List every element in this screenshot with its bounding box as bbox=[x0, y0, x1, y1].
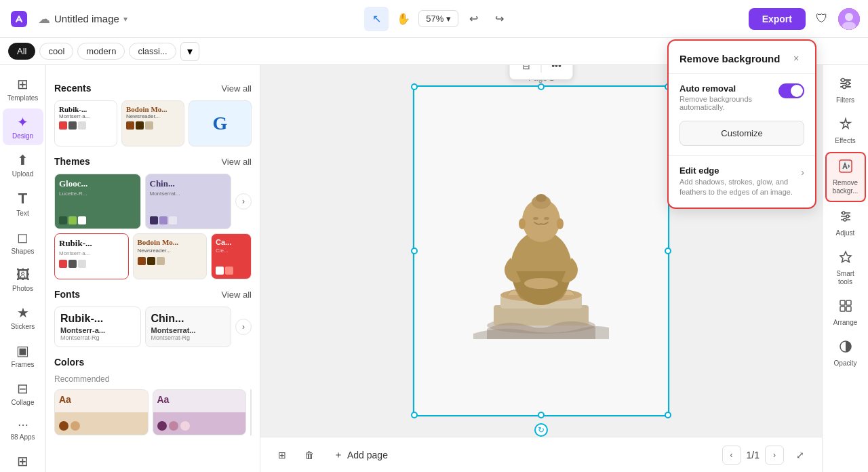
color-card-red[interactable] bbox=[250, 389, 252, 435]
select-tool-btn[interactable]: ↖ bbox=[364, 7, 389, 31]
svg-point-23 bbox=[842, 85, 846, 89]
rp-remove-bg[interactable]: Removebackgr... bbox=[825, 152, 866, 202]
doc-title[interactable]: Untitled image bbox=[54, 13, 119, 24]
hand-tool-btn[interactable]: ✋ bbox=[391, 7, 416, 31]
ft-divider bbox=[541, 65, 542, 73]
handle-bm[interactable] bbox=[538, 412, 545, 418]
recents-view-all[interactable]: View all bbox=[221, 83, 252, 94]
theme-card-bodoin2[interactable]: Bodoin Mo... Newsreader... bbox=[133, 233, 208, 279]
rp-adjust[interactable]: Adjust bbox=[825, 203, 866, 243]
tag-more-btn[interactable]: ▾ bbox=[180, 42, 199, 61]
template-card-g[interactable]: G bbox=[189, 100, 252, 146]
font-card-chin[interactable]: Chin... Montserrat... Montserrat-Rg bbox=[145, 307, 232, 347]
sidebar-label-templates: Templates bbox=[7, 94, 39, 102]
rp-effects[interactable]: Effects bbox=[825, 111, 866, 151]
handle-tm[interactable] bbox=[538, 83, 545, 90]
prev-page-btn[interactable]: ‹ bbox=[722, 446, 741, 465]
theme-card-chin[interactable]: Chin... Montserrat... bbox=[145, 174, 232, 229]
handle-mr[interactable] bbox=[665, 248, 671, 254]
template-card-rubik[interactable]: Rubik-... Montserr-a... bbox=[54, 100, 117, 146]
themes-chevron-btn[interactable]: › bbox=[235, 193, 252, 210]
tag-modern[interactable]: modern bbox=[77, 43, 125, 60]
color-card-2[interactable]: Aa bbox=[153, 389, 247, 435]
rp-adjust-label: Adjust bbox=[836, 229, 855, 237]
canva-logo[interactable] bbox=[8, 8, 30, 30]
bottom-bar: ⊞ 🗑 ＋ Add page ‹ 1/1 › ⤢ bbox=[260, 437, 822, 472]
color-card-1[interactable]: Aa bbox=[54, 389, 149, 435]
theme-card-red[interactable]: Ca... Cle... bbox=[211, 233, 252, 279]
undo-redo-group: ↩ ↪ bbox=[461, 7, 511, 31]
sidebar-item-collage[interactable]: ⊟ Collage bbox=[3, 375, 43, 412]
redo-btn[interactable]: ↪ bbox=[487, 7, 511, 31]
rp-remove-bg-label: Removebackgr... bbox=[833, 179, 859, 195]
effects-icon bbox=[838, 117, 853, 135]
theme-card-glooc[interactable]: Glooc... Lucette-R... bbox=[54, 174, 141, 229]
sidebar-item-more[interactable]: ⊞ bbox=[3, 448, 43, 472]
template-card-bodoin[interactable]: Bodoin Mo... Newsreader... bbox=[121, 100, 184, 146]
auto-removal-row: Auto removal Remove backgrounds automati… bbox=[679, 83, 804, 111]
sidebar-label-collage: Collage bbox=[12, 399, 35, 406]
avatar[interactable] bbox=[838, 8, 860, 30]
sidebar-item-stickers[interactable]: ★ Stickers bbox=[3, 299, 43, 336]
edit-edge-row[interactable]: Edit edge Add shadows, strokes, glow, an… bbox=[679, 165, 804, 198]
undo-btn[interactable]: ↩ bbox=[461, 7, 486, 31]
auto-removal-toggle[interactable] bbox=[778, 83, 804, 98]
rp-smart-tools[interactable]: Smarttools bbox=[825, 244, 866, 292]
handle-tl[interactable] bbox=[411, 83, 418, 90]
canvas-inner: ⊟ ••• ↻ bbox=[412, 85, 670, 417]
sidebar-item-upload[interactable]: ⬆ Upload bbox=[3, 146, 43, 183]
handle-bl[interactable] bbox=[411, 412, 418, 418]
next-page-btn[interactable]: › bbox=[765, 446, 784, 465]
handle-ml[interactable] bbox=[411, 248, 418, 254]
rp-filters[interactable]: Filters bbox=[825, 71, 866, 110]
recents-grid: Rubik-... Montserr-a... Bodoin Mo... New… bbox=[54, 100, 252, 146]
svg-point-3 bbox=[842, 22, 856, 30]
themes-title: Themes bbox=[54, 156, 90, 167]
fonts-chevron-btn[interactable]: › bbox=[235, 319, 252, 335]
add-page-btn[interactable]: ＋ Add page bbox=[326, 445, 396, 465]
svg-point-15 bbox=[544, 217, 549, 220]
delete-page-btn[interactable]: 🗑 bbox=[298, 444, 320, 466]
rp-opacity[interactable]: Opacity bbox=[825, 334, 866, 373]
title-caret-icon[interactable]: ▾ bbox=[123, 14, 127, 24]
sidebar-item-design[interactable]: ✦ Design bbox=[3, 109, 43, 145]
grid-view-btn[interactable]: ⊞ bbox=[271, 444, 293, 466]
sidebar-item-frames[interactable]: ▣ Frames bbox=[3, 337, 43, 374]
sidebar-item-shapes[interactable]: ◻ Shapes bbox=[3, 224, 43, 260]
photos-icon: 🖼 bbox=[16, 267, 30, 283]
themes-grid-2: Rubik-... Montserr-a... Bodoin Mo... New… bbox=[54, 233, 252, 279]
fullscreen-btn[interactable]: ⤢ bbox=[789, 444, 811, 466]
customize-btn[interactable]: Customize bbox=[679, 121, 804, 146]
rbp-close-btn[interactable]: × bbox=[788, 65, 804, 66]
rotate-handle[interactable]: ↻ bbox=[534, 423, 548, 437]
toggle-thumb bbox=[791, 85, 803, 97]
tag-classic[interactable]: classi... bbox=[129, 43, 176, 60]
themes-view-all[interactable]: View all bbox=[221, 157, 252, 167]
zoom-control[interactable]: 57% ▾ bbox=[418, 10, 458, 27]
tag-all[interactable]: All bbox=[8, 43, 35, 60]
design-icon: ✦ bbox=[17, 114, 28, 130]
canvas-white[interactable]: ⊟ ••• ↻ bbox=[412, 85, 670, 417]
more-options-btn[interactable]: ••• bbox=[547, 65, 566, 75]
auto-removal-title: Auto removal bbox=[679, 83, 778, 94]
remove-bg-icon bbox=[838, 159, 853, 177]
fonts-view-all[interactable]: View all bbox=[221, 290, 252, 300]
frames-icon: ▣ bbox=[16, 342, 29, 359]
font-card-rubik[interactable]: Rubik-... Montserr-a... Montserrat-Rg bbox=[54, 307, 141, 347]
export-btn[interactable]: Export bbox=[749, 8, 806, 30]
sidebar-item-photos[interactable]: 🖼 Photos bbox=[3, 262, 43, 298]
sidebar-item-text[interactable]: T Text bbox=[3, 184, 43, 222]
sidebar-label-photos: Photos bbox=[12, 285, 33, 292]
rp-arrange[interactable]: Arrange bbox=[825, 293, 866, 332]
theme-card-rubik2[interactable]: Rubik-... Montserr-a... bbox=[54, 233, 129, 279]
sidebar-label-shapes: Shapes bbox=[12, 248, 35, 255]
handle-br[interactable] bbox=[665, 412, 671, 418]
sidebar-item-apps[interactable]: ⋯ 88 Apps bbox=[3, 413, 43, 446]
sidebar-item-templates[interactable]: ⊞ Templates bbox=[3, 71, 43, 107]
svg-point-30 bbox=[846, 215, 849, 218]
tag-cool[interactable]: cool bbox=[39, 43, 73, 60]
shield-icon[interactable]: 🛡 bbox=[811, 8, 833, 30]
crop-btn[interactable]: ⊟ bbox=[517, 65, 536, 75]
auto-removal-text: Auto removal Remove backgrounds automati… bbox=[679, 83, 778, 111]
svg-point-29 bbox=[842, 212, 845, 214]
